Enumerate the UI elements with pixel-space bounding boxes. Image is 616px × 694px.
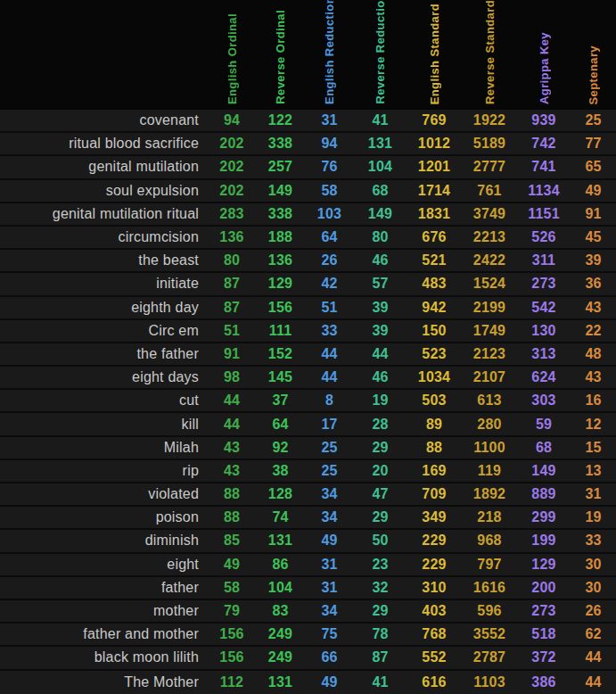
table-row: diminish85131495022996819933 [0, 530, 616, 553]
value-cell-reverse-ordinal: 152 [256, 346, 305, 362]
word-cell[interactable]: kill [0, 417, 208, 433]
column-header-label: Reverse Reduction [374, 0, 387, 110]
value-cell-reverse-standard: 2787 [462, 649, 517, 665]
value-cell-reverse-reduction: 19 [354, 392, 407, 409]
value-cell-septenary: 33 [571, 533, 616, 549]
value-cell-agrippa-key: 742 [517, 136, 571, 152]
word-cell[interactable]: ritual blood sacrifice [0, 136, 208, 152]
table-row: mother7983342940359627326 [0, 600, 616, 624]
value-cell-reverse-standard: 3749 [462, 206, 517, 222]
value-cell-english-standard: 229 [407, 533, 462, 549]
word-cell[interactable]: genital mutilation ritual [0, 206, 208, 222]
value-cell-septenary: 12 [571, 417, 616, 433]
value-cell-agrippa-key: 273 [517, 603, 571, 619]
value-cell-reverse-ordinal: 249 [256, 649, 305, 665]
value-cell-agrippa-key: 372 [517, 649, 571, 665]
word-cell[interactable]: poison [0, 509, 208, 525]
table-row: rip4338252016911914913 [0, 460, 616, 483]
word-cell[interactable]: The Mother [0, 674, 208, 690]
value-cell-reverse-ordinal: 249 [256, 626, 305, 642]
table-body: covenant941223141769192293925ritual bloo… [0, 110, 616, 694]
value-cell-english-standard: 169 [407, 463, 462, 479]
value-cell-reverse-standard: 119 [462, 463, 517, 479]
header-row: English OrdinalReverse OrdinalEnglish Re… [0, 0, 616, 110]
value-cell-reverse-ordinal: 111 [256, 323, 305, 339]
value-cell-agrippa-key: 542 [517, 300, 571, 316]
value-cell-english-ordinal: 43 [208, 440, 256, 456]
word-cell[interactable]: the beast [0, 252, 208, 269]
value-cell-english-standard: 503 [407, 392, 462, 409]
value-cell-english-standard: 616 [407, 674, 462, 690]
value-cell-reverse-standard: 3552 [462, 626, 517, 642]
value-cell-english-reduction: 49 [305, 674, 354, 690]
value-cell-septenary: 31 [571, 486, 616, 502]
value-cell-agrippa-key: 386 [517, 674, 571, 690]
value-cell-english-ordinal: 91 [208, 346, 256, 362]
value-cell-english-standard: 88 [407, 440, 462, 456]
word-cell[interactable]: eight [0, 557, 208, 573]
word-cell[interactable]: father [0, 580, 208, 596]
word-cell[interactable]: covenant [0, 112, 208, 128]
value-cell-english-ordinal: 49 [208, 557, 256, 573]
value-cell-english-standard: 942 [407, 300, 462, 316]
table-row: initiate871294257483152427336 [0, 273, 616, 296]
table-row: father and mother1562497578768355251862 [0, 624, 616, 647]
value-cell-english-standard: 769 [407, 112, 462, 128]
word-cell[interactable]: father and mother [0, 626, 208, 642]
value-cell-reverse-reduction: 29 [354, 440, 407, 456]
value-cell-reverse-ordinal: 131 [256, 533, 305, 549]
word-cell[interactable]: violated [0, 486, 208, 502]
value-cell-reverse-reduction: 68 [354, 183, 407, 199]
value-cell-english-ordinal: 88 [208, 486, 256, 502]
value-cell-reverse-ordinal: 338 [256, 206, 305, 222]
value-cell-english-ordinal: 156 [208, 626, 256, 642]
value-cell-english-standard: 403 [407, 603, 462, 619]
value-cell-reverse-standard: 761 [462, 183, 517, 199]
column-header-reverse-ordinal: Reverse Ordinal [256, 0, 305, 110]
value-cell-english-standard: 676 [407, 229, 462, 245]
value-cell-reverse-ordinal: 38 [256, 463, 305, 479]
word-cell[interactable]: rip [0, 463, 208, 479]
value-cell-reverse-reduction: 41 [354, 674, 407, 690]
value-cell-reverse-standard: 1100 [462, 440, 517, 456]
word-cell[interactable]: soul expulsion [0, 183, 208, 199]
value-cell-agrippa-key: 68 [517, 440, 571, 456]
value-cell-septenary: 49 [571, 183, 616, 199]
value-cell-reverse-standard: 797 [462, 557, 517, 573]
value-cell-reverse-reduction: 29 [354, 603, 407, 619]
word-cell[interactable]: the father [0, 346, 208, 362]
column-header-reverse-standard: Reverse Standard [462, 0, 517, 110]
value-cell-septenary: 91 [571, 206, 616, 222]
word-cell[interactable]: mother [0, 603, 208, 619]
value-cell-agrippa-key: 311 [517, 252, 571, 269]
word-cell[interactable]: diminish [0, 533, 208, 549]
value-cell-english-reduction: 44 [305, 346, 354, 362]
table-row: Milah439225298811006815 [0, 437, 616, 460]
value-cell-english-ordinal: 202 [208, 136, 256, 152]
word-cell[interactable]: eight days [0, 369, 208, 385]
value-cell-english-ordinal: 283 [208, 206, 256, 222]
value-cell-english-reduction: 31 [305, 580, 354, 596]
value-cell-reverse-ordinal: 145 [256, 369, 305, 385]
word-cell[interactable]: Circ em [0, 323, 208, 339]
value-cell-english-standard: 1012 [407, 136, 462, 152]
value-cell-reverse-reduction: 41 [354, 112, 407, 128]
value-cell-reverse-reduction: 39 [354, 323, 407, 339]
value-cell-reverse-reduction: 78 [354, 626, 407, 642]
value-cell-english-reduction: 25 [305, 463, 354, 479]
value-cell-agrippa-key: 130 [517, 323, 571, 339]
word-cell[interactable]: circumcision [0, 229, 208, 245]
word-cell[interactable]: initiate [0, 276, 208, 292]
value-cell-septenary: 26 [571, 603, 616, 619]
word-cell[interactable]: cut [0, 392, 208, 409]
word-cell[interactable]: black moon lilith [0, 649, 208, 665]
word-cell[interactable]: eighth day [0, 300, 208, 316]
word-cell[interactable]: genital mutilation [0, 159, 208, 175]
table-row: violated881283447709189288931 [0, 483, 616, 507]
value-cell-reverse-reduction: 87 [354, 649, 407, 665]
value-cell-reverse-standard: 968 [462, 533, 517, 549]
word-cell[interactable]: Milah [0, 440, 208, 456]
value-cell-reverse-reduction: 46 [354, 252, 407, 269]
value-cell-reverse-reduction: 23 [354, 557, 407, 573]
value-cell-septenary: 48 [571, 346, 616, 362]
